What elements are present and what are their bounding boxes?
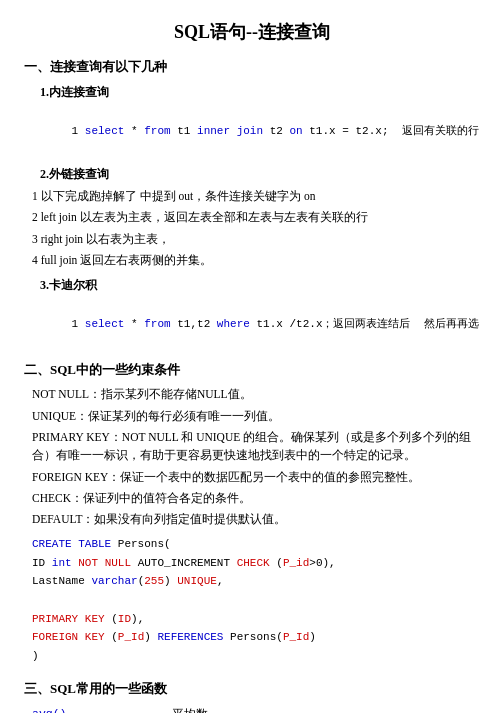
func-desc-avg: 平均数 [172,704,384,713]
func-name-avg: avg() [32,704,172,713]
section2: 二、SQL中的一些约束条件 NOT NULL：指示某列不能存储NULL值。 UN… [24,361,480,666]
s2-line-default: DEFAULT：如果没有向列指定值时提供默认值。 [32,510,480,528]
section1-heading: 一、连接查询有以下几种 [24,58,480,76]
section3-heading: 三、SQL常用的一些函数 [24,680,480,698]
sub3-label: 3.卡迪尔积 [40,277,480,294]
func-row-avg: avg() 平均数 [32,704,384,713]
s2-code-4 [32,591,480,610]
sub1-label: 1.内连接查询 [40,84,480,101]
sub3-code: 1 select * from t1,t2 where t1.x /t2.x；返… [32,298,480,351]
s2-code-2: ID int NOT NULL AUTO_INCREMENT CHECK (P_… [32,554,480,573]
s2-line-fk: FOREIGN KEY：保证一个表中的数据匹配另一个表中的值的参照完整性。 [32,468,480,486]
sub2-line4: 4 full join 返回左右表两侧的并集。 [32,251,480,269]
sub1-code: 1 select * from t1 inner join t2 on t1.x… [32,105,480,158]
sub2-line2: 2 left join 以左表为主表，返回左表全部和左表与左表有关联的行 [32,208,480,226]
s2-line-unique: UNIQUE：保证某列的每行必须有唯一一列值。 [32,407,480,425]
sub2-line1: 1 以下完成跑掉解了 中提到 out，条件连接关键字为 on [32,187,480,205]
s2-code-7: ) [32,647,480,666]
s2-code-1: CREATE TABLE Persons( [32,535,480,554]
s2-line-pk: PRIMARY KEY：NOT NULL 和 UNIQUE 的组合。确保某列（或… [32,428,480,465]
sub1-code-line: 1 select * from t1 inner join t2 on t1.x… [32,105,480,158]
s2-code-6: FOREIGN KEY (P_Id) REFERENCES Persons(P_… [32,628,480,647]
functions-table: avg() 平均数 floor() 向下取整 round() 四舍五入 trun… [32,704,384,713]
page-title: SQL语句--连接查询 [24,20,480,44]
s2-code-block: CREATE TABLE Persons( ID int NOT NULL AU… [32,535,480,666]
s2-code-5: PRIMARY KEY (ID), [32,610,480,629]
s2-line-check: CHECK：保证列中的值符合各定的条件。 [32,489,480,507]
sub2-label: 2.外链接查询 [40,166,480,183]
sub3-code-line: 1 select * from t1,t2 where t1.x /t2.x；返… [32,298,480,351]
section3: 三、SQL常用的一些函数 avg() 平均数 floor() 向下取整 roun… [24,680,480,713]
section2-heading: 二、SQL中的一些约束条件 [24,361,480,379]
sub2-line3: 3 right join 以右表为主表， [32,230,480,248]
s2-line-notnull: NOT NULL：指示某列不能存储NULL值。 [32,385,480,403]
section1: 一、连接查询有以下几种 1.内连接查询 1 select * from t1 i… [24,58,480,351]
s2-code-3: LastName varchar(255) UNIQUE, [32,572,480,591]
